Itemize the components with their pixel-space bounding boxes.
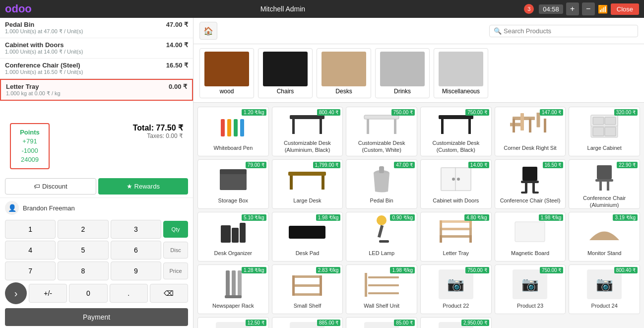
num-8[interactable]: 8 — [58, 262, 108, 280]
product-card[interactable]: 750.00 ₹ Customizable Desk (Custom, Whit… — [346, 107, 417, 156]
num-9[interactable]: 9 — [111, 262, 161, 280]
add-order-button[interactable]: + — [566, 2, 579, 15]
topbar: odoo Mitchell Admin 3 04:58 + − 📶 Close — [0, 0, 644, 18]
qty-button[interactable]: Qty — [163, 221, 188, 238]
svg-rect-8 — [367, 119, 369, 134]
category-item-miscellaneous[interactable]: Miscellaneous — [434, 48, 488, 98]
num-plusminus[interactable]: +/- — [29, 284, 67, 303]
product-badge: 1.98 ₹/kg — [316, 214, 341, 221]
product-card[interactable]: 320.00 ₹ Large Cabinet — [569, 107, 640, 156]
category-item-desks[interactable]: Desks — [317, 48, 371, 98]
product-card[interactable]: 750.00 ₹ 📷 Product 23 — [495, 264, 566, 314]
num-2[interactable]: 2 — [58, 220, 108, 239]
disc-button[interactable]: Disc — [163, 242, 188, 259]
num-6[interactable]: 6 — [111, 241, 161, 260]
num-3[interactable]: 3 — [111, 220, 161, 239]
remove-order-button[interactable]: − — [582, 2, 595, 15]
product-card[interactable]: 22.90 ₹ Conference Chair (Aluminium) — [569, 159, 640, 209]
home-button[interactable]: 🏠 — [199, 22, 217, 40]
product-card[interactable]: 800.40 ₹ Customizable Desk (Aluminium, B… — [272, 107, 343, 156]
timer: 04:58 — [539, 4, 563, 14]
price-button[interactable]: Price — [163, 262, 188, 279]
close-button[interactable]: Close — [611, 3, 639, 15]
product-card[interactable]: 79.00 ₹ Storage Box — [197, 159, 269, 209]
product-card[interactable]: 14.00 ₹ Cabinet with Doors — [420, 159, 492, 209]
product-card[interactable]: 750.00 ₹ Customizable Desk (Custom, Blac… — [420, 107, 492, 156]
category-img — [439, 52, 483, 86]
order-item[interactable]: 47.00 ₹ Pedal Bin 1.000 Unit(s) at 47.00… — [0, 18, 193, 38]
product-card[interactable]: 47.00 ₹ Pedal Bin — [346, 159, 417, 209]
product-card[interactable]: 1.98 ₹/kg Wall Shelf Unit — [346, 264, 417, 314]
product-card[interactable]: 0.90 ₹/kg LED Lamp — [346, 212, 417, 262]
search-box[interactable]: 🔍 — [489, 25, 638, 37]
num-5[interactable]: 5 — [58, 241, 108, 260]
product-name: Product 23 — [517, 302, 543, 309]
customer-icon: 👤 — [5, 201, 19, 215]
order-badge: 3 — [524, 4, 534, 14]
discount-button[interactable]: 🏷 Discount — [5, 178, 96, 195]
category-img — [380, 52, 425, 86]
product-card[interactable]: 3.19 ₹/kg Monitor Stand — [569, 212, 640, 262]
customer-row[interactable]: 👤 Brandon Freeman — [0, 197, 193, 218]
product-card[interactable]: 5.10 ₹/kg Desk Organizer — [197, 212, 269, 262]
order-item[interactable]: 0.00 ₹ Letter Tray 1.000 kg at 0.00 ₹ / … — [0, 79, 193, 101]
num-4[interactable]: 4 — [5, 241, 56, 260]
order-item-price: 0.00 ₹ — [169, 83, 187, 90]
next-button[interactable]: › — [5, 282, 27, 304]
order-item[interactable]: 16.50 ₹ Conference Chair (Steel) 1.000 U… — [0, 59, 193, 79]
product-badge: 750.00 ₹ — [540, 267, 563, 273]
points-value3: 24009 — [15, 155, 45, 164]
order-item-name: Letter Tray — [6, 83, 187, 90]
product-card[interactable]: 147.00 ₹ Corner Desk Right Sit — [495, 107, 566, 156]
category-item-wood[interactable]: wood — [199, 48, 254, 98]
product-name: Magnetic Board — [511, 250, 549, 257]
product-name: Wall Shelf Unit — [364, 302, 399, 309]
num-7[interactable]: 7 — [5, 262, 56, 280]
product-card[interactable]: 85.00 ₹ 📷 Product 27 — [346, 317, 417, 328]
product-card[interactable]: 1.98 ₹/kg Magnetic Board — [495, 212, 566, 262]
categories-bar: wood Chairs Desks Drinks Miscellaneous — [193, 44, 644, 103]
num-0[interactable]: 0 — [69, 284, 107, 303]
product-name: Desk Pad — [296, 250, 320, 257]
payment-button[interactable]: Payment — [5, 308, 188, 326]
product-card[interactable]: 2,950.00 ₹ 📷 Product 28 — [420, 317, 492, 328]
category-item-drinks[interactable]: Drinks — [375, 48, 430, 98]
rewards-button[interactable]: ★ Rewards — [98, 178, 189, 195]
product-name: LED Lamp — [369, 250, 394, 257]
svg-rect-7 — [364, 115, 399, 119]
product-name: Large Desk — [293, 197, 321, 204]
star-icon: ★ — [127, 183, 132, 190]
category-label: Miscellaneous — [442, 88, 480, 95]
svg-rect-1 — [227, 119, 231, 136]
product-card[interactable]: 4.80 ₹/kg Letter Tray — [420, 212, 492, 262]
order-item[interactable]: 14.00 ₹ Cabinet with Doors 1.000 Unit(s)… — [0, 38, 193, 59]
right-topbar: 🏠 🔍 — [193, 18, 644, 44]
product-card[interactable]: 1.28 ₹/kg Newspaper Rack — [197, 264, 269, 314]
product-card[interactable]: 1,799.00 ₹ Large Desk — [272, 159, 343, 209]
product-card[interactable]: 16.50 ₹ Conference Chair (Steel) — [495, 159, 566, 209]
num-dot[interactable]: . — [110, 284, 148, 303]
svg-rect-70 — [292, 275, 322, 278]
search-input[interactable] — [504, 27, 634, 35]
product-badge: 1.98 ₹/kg — [539, 214, 564, 221]
product-badge: 47.00 ₹ — [394, 162, 415, 168]
svg-rect-5 — [292, 119, 295, 134]
product-badge: 750.00 ₹ — [465, 109, 489, 116]
product-card[interactable]: 750.00 ₹ 📷 Product 22 — [420, 264, 492, 314]
product-card[interactable]: 885.00 ₹ 📷 Product 26 — [272, 317, 343, 328]
svg-rect-33 — [379, 166, 384, 173]
svg-rect-28 — [220, 169, 247, 174]
category-img — [263, 52, 308, 86]
order-item-detail: 1.000 Unit(s) at 14.00 ₹ / Unit(s) — [5, 49, 188, 55]
product-card[interactable]: 800.40 ₹ 📷 Product 24 — [569, 264, 640, 314]
product-card[interactable]: 12.50 ₹ 📷 Product 25 — [197, 317, 269, 328]
product-card[interactable]: 1.20 ₹/kg Whiteboard Pen — [197, 107, 269, 156]
product-card[interactable]: 1.98 ₹/kg Desk Pad — [272, 212, 343, 262]
num-1[interactable]: 1 — [5, 220, 56, 239]
order-item-price: 47.00 ₹ — [166, 21, 188, 28]
product-card[interactable]: 2.83 ₹/kg Small Shelf — [272, 264, 343, 314]
backspace-button[interactable]: ⌫ — [150, 284, 188, 303]
svg-rect-58 — [469, 235, 472, 243]
product-name: Customizable Desk (Custom, Black) — [424, 139, 488, 154]
category-item-chairs[interactable]: Chairs — [258, 48, 313, 98]
